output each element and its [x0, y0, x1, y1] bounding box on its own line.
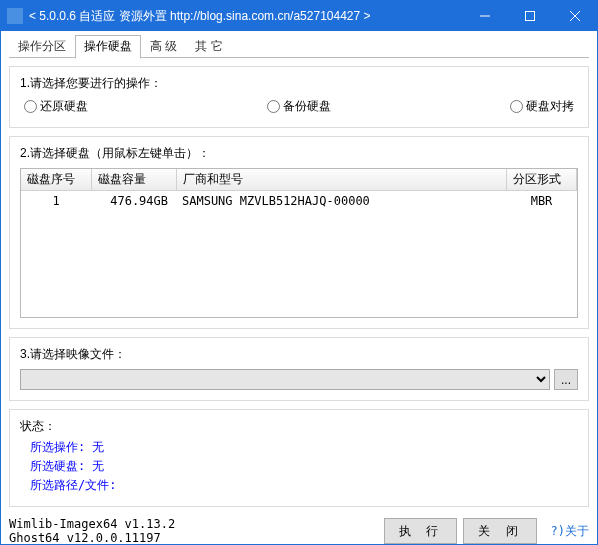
about-link[interactable]: ?)关于	[551, 523, 589, 540]
disk-panel: 2.请选择硬盘（用鼠标左键单击）： 磁盘序号 磁盘容量 厂商和型号 分区形式 1	[9, 136, 589, 329]
close-app-button[interactable]: 关 闭	[463, 518, 536, 544]
minimize-button[interactable]	[462, 1, 507, 31]
cell-seq: 1	[21, 191, 91, 212]
radio-clone-input[interactable]	[510, 100, 523, 113]
svg-rect-0	[525, 12, 534, 21]
footer-buttons: 执 行 关 闭 ?)关于	[384, 518, 589, 544]
app-window: < 5.0.0.6 自适应 资源外置 http://blog.sina.com.…	[0, 0, 598, 545]
status-path: 所选路径/文件:	[30, 477, 578, 494]
table-header: 磁盘序号 磁盘容量 厂商和型号 分区形式	[21, 169, 577, 191]
radio-backup-input[interactable]	[267, 100, 280, 113]
radio-clone[interactable]: 硬盘对拷	[510, 98, 574, 115]
cell-vendor: SAMSUNG MZVLB512HAJQ-00000	[176, 191, 507, 212]
disk-label: 2.请选择硬盘（用鼠标左键单击）：	[20, 145, 578, 162]
status-disk: 所选硬盘: 无	[30, 458, 578, 475]
operation-panel: 1.请选择您要进行的操作： 还原硬盘 备份硬盘 硬盘对拷	[9, 66, 589, 128]
maximize-button[interactable]	[507, 1, 552, 31]
cell-cap: 476.94GB	[91, 191, 176, 212]
operation-label: 1.请选择您要进行的操作：	[20, 75, 578, 92]
window-controls	[462, 1, 597, 31]
image-panel: 3.请选择映像文件： ...	[9, 337, 589, 401]
tab-disk[interactable]: 操作硬盘	[75, 35, 141, 59]
table-row[interactable]: 1 476.94GB SAMSUNG MZVLB512HAJQ-00000 MB…	[21, 191, 577, 212]
footer: Wimlib-Imagex64 v1.13.2 Ghost64 v12.0.0.…	[9, 517, 589, 545]
col-vendor[interactable]: 厂商和型号	[176, 169, 507, 191]
tab-partition[interactable]: 操作分区	[9, 35, 75, 58]
version-ghost: Ghost64 v12.0.0.11197	[9, 531, 384, 545]
col-seq[interactable]: 磁盘序号	[21, 169, 91, 191]
footer-version: Wimlib-Imagex64 v1.13.2 Ghost64 v12.0.0.…	[9, 517, 384, 545]
image-file-row: ...	[20, 369, 578, 390]
status-op: 所选操作: 无	[30, 439, 578, 456]
col-part[interactable]: 分区形式	[507, 169, 577, 191]
image-file-select[interactable]	[20, 369, 550, 390]
window-title: < 5.0.0.6 自适应 资源外置 http://blog.sina.com.…	[29, 8, 462, 25]
status-title: 状态：	[20, 418, 578, 435]
radio-backup[interactable]: 备份硬盘	[267, 98, 331, 115]
execute-button[interactable]: 执 行	[384, 518, 457, 544]
image-label: 3.请选择映像文件：	[20, 346, 578, 363]
col-cap[interactable]: 磁盘容量	[91, 169, 176, 191]
cell-part: MBR	[507, 191, 577, 212]
tab-advanced[interactable]: 高 级	[141, 35, 186, 58]
radio-restore-input[interactable]	[24, 100, 37, 113]
browse-button[interactable]: ...	[554, 369, 578, 390]
tab-other[interactable]: 其 它	[186, 35, 231, 58]
client-area: 操作分区 操作硬盘 高 级 其 它 1.请选择您要进行的操作： 还原硬盘 备份硬…	[1, 31, 597, 545]
operation-radios: 还原硬盘 备份硬盘 硬盘对拷	[20, 98, 578, 117]
radio-restore[interactable]: 还原硬盘	[24, 98, 88, 115]
version-wimlib: Wimlib-Imagex64 v1.13.2	[9, 517, 384, 531]
titlebar: < 5.0.0.6 自适应 资源外置 http://blog.sina.com.…	[1, 1, 597, 31]
disk-table: 磁盘序号 磁盘容量 厂商和型号 分区形式 1 476.94GB SAMSUNG …	[21, 169, 577, 211]
tab-strip: 操作分区 操作硬盘 高 级 其 它	[9, 36, 589, 58]
close-button[interactable]	[552, 1, 597, 31]
status-panel: 状态： 所选操作: 无 所选硬盘: 无 所选路径/文件:	[9, 409, 589, 507]
disk-table-wrap: 磁盘序号 磁盘容量 厂商和型号 分区形式 1 476.94GB SAMSUNG …	[20, 168, 578, 318]
app-icon	[7, 8, 23, 24]
